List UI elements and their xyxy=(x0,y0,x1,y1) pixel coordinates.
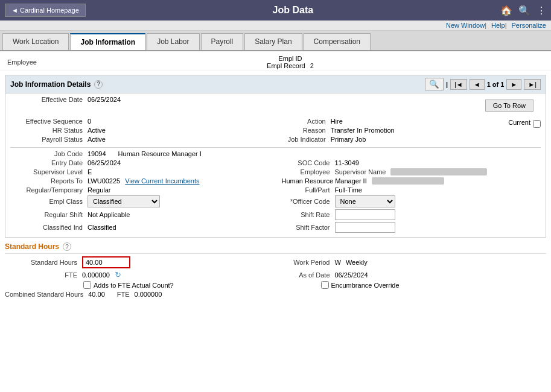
entry-date-label: Entry Date xyxy=(10,159,83,166)
search-icon[interactable]: 🔍 xyxy=(518,5,530,16)
employee-header: Employee Empl ID Empl Record 2 xyxy=(0,54,551,71)
action-value: Hire xyxy=(331,118,343,125)
form-right-col: Action Hire Reason Transfer In Promotion… xyxy=(253,118,509,145)
pipe-separator: | xyxy=(446,81,448,88)
job-info-details-section: Job Information Details ? 🔍 | |◄ ◄ 1 of … xyxy=(5,75,546,238)
new-window-link[interactable]: New Window xyxy=(446,22,485,29)
classified-ind-label: Classified Ind xyxy=(10,224,83,231)
adds-to-fte-label: Adds to FTE Actual Count? xyxy=(94,282,174,289)
tab-compensation[interactable]: Compensation xyxy=(304,33,371,50)
section-header: Job Information Details ? 🔍 | |◄ ◄ 1 of … xyxy=(5,75,546,93)
action-row: Action Hire xyxy=(266,118,509,125)
reports-to-row: Reports To LWU00225 View Current Incumbe… xyxy=(10,177,541,185)
shift-factor-label: Shift Factor xyxy=(282,224,330,231)
checkboxes-row: Adds to FTE Actual Count? Encumbrance Ov… xyxy=(5,281,546,289)
job-code-left: Job Code 19094 Human Resource Manager I xyxy=(10,150,541,157)
std-hours-header: Standard Hours ? xyxy=(5,241,546,254)
personalize-link[interactable]: Personalize xyxy=(512,22,546,29)
full-part-label: Full/Part xyxy=(282,186,330,194)
effective-date-label: Effective Date xyxy=(10,96,83,103)
shift-left: Regular Shift Not Applicable xyxy=(10,209,270,220)
fte-label: FTE xyxy=(5,271,77,279)
current-checkbox[interactable] xyxy=(533,120,541,128)
work-period-right: Work Period W Weekly xyxy=(270,256,547,268)
standard-hours-input[interactable] xyxy=(82,256,130,268)
work-period-code: W xyxy=(335,259,341,266)
classified-ind-value: Classified xyxy=(88,224,116,231)
officer-code-right: *Officer Code None Officer xyxy=(270,195,541,207)
job-code-row: Job Code 19094 Human Resource Manager I xyxy=(10,150,541,157)
regular-shift-label: Regular Shift xyxy=(10,211,83,218)
payroll-status-label: Payroll Status xyxy=(10,136,83,143)
reg-temp-label: Regular/Temporary xyxy=(10,186,83,194)
tabs-bar: Work Location Job Information Job Labor … xyxy=(0,31,551,51)
top-bar: ◄ Cardinal Homepage Job Data 🏠 🔍 ⋮ xyxy=(0,0,551,21)
shift-rate-input[interactable] xyxy=(335,209,395,220)
soc-code-right: SOC Code 11-3049 xyxy=(270,159,541,166)
full-part-right: Full/Part Full-Time xyxy=(270,186,541,194)
job-title-2-blurred xyxy=(372,177,444,185)
employee-label: Employee xyxy=(7,58,37,66)
tab-salary-plan[interactable]: Salary Plan xyxy=(244,33,302,50)
as-of-date-right: As of Date 06/25/2024 xyxy=(270,270,547,279)
soc-code-value: 11-3049 xyxy=(335,159,359,166)
supervisor-name-right: Employee Supervisor Name xyxy=(270,168,541,175)
combined-fte-value: 0.000000 xyxy=(135,291,162,298)
tab-payroll[interactable]: Payroll xyxy=(201,33,244,50)
empl-record-label: Empl Record xyxy=(267,62,305,69)
entry-date-left: Entry Date 06/25/2024 xyxy=(10,159,270,166)
supervisor-name-label: Supervisor Name xyxy=(335,168,386,175)
job-title-2-right: Human Resource Manager II xyxy=(270,177,541,185)
tab-job-labor[interactable]: Job Labor xyxy=(147,33,199,50)
section-title: Job Information Details xyxy=(10,80,91,89)
empl-info: Empl ID Empl Record 2 xyxy=(37,55,544,69)
adds-to-fte-checkbox[interactable] xyxy=(83,281,91,289)
work-period-label: Work Period xyxy=(282,259,330,266)
encumbrance-override-checkbox[interactable] xyxy=(321,281,329,289)
form-two-col: Effective Sequence 0 HR Status Active Pa… xyxy=(10,118,541,145)
full-part-value: Full-Time xyxy=(335,186,362,194)
work-period-value: Weekly xyxy=(346,259,368,266)
reg-temp-row: Regular/Temporary Regular Full/Part Full… xyxy=(10,186,541,194)
separator-hr xyxy=(10,147,541,148)
back-button[interactable]: ◄ Cardinal Homepage xyxy=(5,4,86,17)
supervisor-level-left: Supervisor Level E xyxy=(10,168,270,175)
search-button[interactable]: 🔍 xyxy=(425,78,444,90)
empl-class-select[interactable]: Classified Non-Classified xyxy=(88,195,160,207)
shift-rate-right: Shift Rate xyxy=(270,209,541,220)
empl-record-value: 2 xyxy=(310,62,314,69)
next-nav-button[interactable]: ► xyxy=(506,79,521,90)
help-link[interactable]: Help xyxy=(491,22,505,29)
soc-code-label: SOC Code xyxy=(282,159,330,166)
effective-date-value: 06/25/2024 xyxy=(88,96,121,103)
payroll-status-value: Active xyxy=(88,136,106,143)
home-icon[interactable]: 🏠 xyxy=(500,5,512,16)
shift-factor-input[interactable] xyxy=(335,222,395,233)
first-nav-button[interactable]: |◄ xyxy=(450,79,467,90)
reports-to-left: Reports To LWU00225 View Current Incumbe… xyxy=(10,177,270,185)
header-icons: 🏠 🔍 ⋮ xyxy=(500,5,546,16)
reg-temp-value: Regular xyxy=(88,186,111,194)
std-hours-title: Standard Hours xyxy=(5,242,59,251)
officer-code-label: *Officer Code xyxy=(282,198,330,205)
eff-seq-row: Effective Sequence 0 xyxy=(10,118,253,125)
page-title: Job Data xyxy=(86,5,500,16)
hr-status-value: Active xyxy=(88,127,106,134)
refresh-icon[interactable]: ↻ xyxy=(115,270,121,279)
eff-seq-label: Effective Sequence xyxy=(10,118,83,125)
job-indicator-label: Job Indicator xyxy=(266,136,326,143)
officer-code-select[interactable]: None Officer xyxy=(335,195,395,207)
last-nav-button[interactable]: ►| xyxy=(524,79,541,90)
menu-icon[interactable]: ⋮ xyxy=(537,5,546,16)
prev-nav-button[interactable]: ◄ xyxy=(470,79,485,90)
tab-work-location[interactable]: Work Location xyxy=(2,33,69,50)
combined-fte-label: FTE xyxy=(117,291,130,298)
view-incumbents-link[interactable]: View Current Incumbents xyxy=(125,177,199,185)
go-to-row-button[interactable]: Go To Row xyxy=(485,100,533,112)
supervisor-level-value: E xyxy=(88,168,92,175)
job-indicator-row: Job Indicator Primary Job xyxy=(266,136,509,143)
help-icon[interactable]: ? xyxy=(94,80,103,89)
tab-job-information[interactable]: Job Information xyxy=(70,33,145,50)
std-hours-help-icon[interactable]: ? xyxy=(63,242,71,251)
empl-class-left: Empl Class Classified Non-Classified xyxy=(10,195,270,207)
